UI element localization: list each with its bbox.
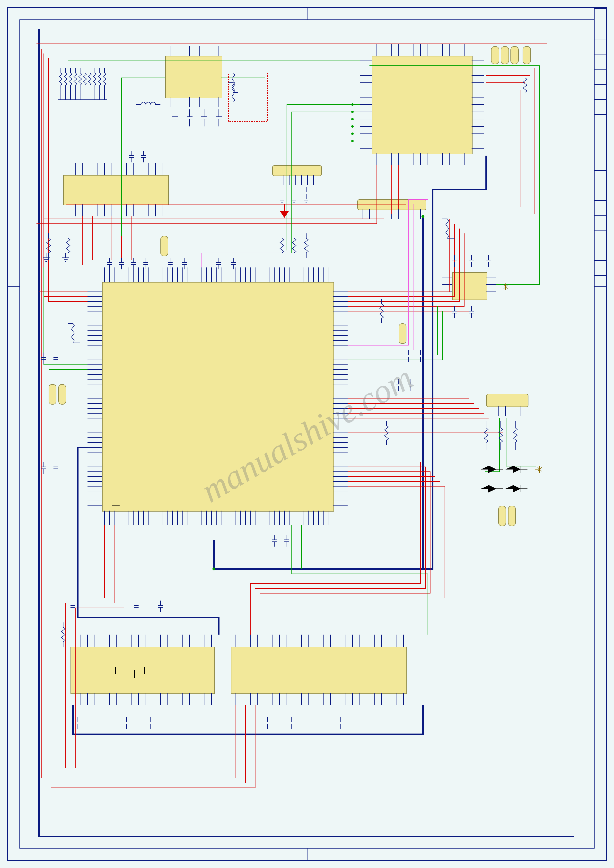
svg-point-4 xyxy=(351,125,354,128)
svg-point-7 xyxy=(212,567,216,570)
svg-point-8 xyxy=(422,215,425,218)
svg-point-2 xyxy=(351,110,354,113)
svg-point-6 xyxy=(351,140,354,142)
schematic-page: manualshive.com xyxy=(0,0,614,868)
svg-point-5 xyxy=(351,132,354,135)
svg-point-1 xyxy=(351,103,354,106)
svg-rect-0 xyxy=(228,73,267,121)
svg-point-3 xyxy=(351,118,354,120)
schematic-nets xyxy=(0,0,614,868)
